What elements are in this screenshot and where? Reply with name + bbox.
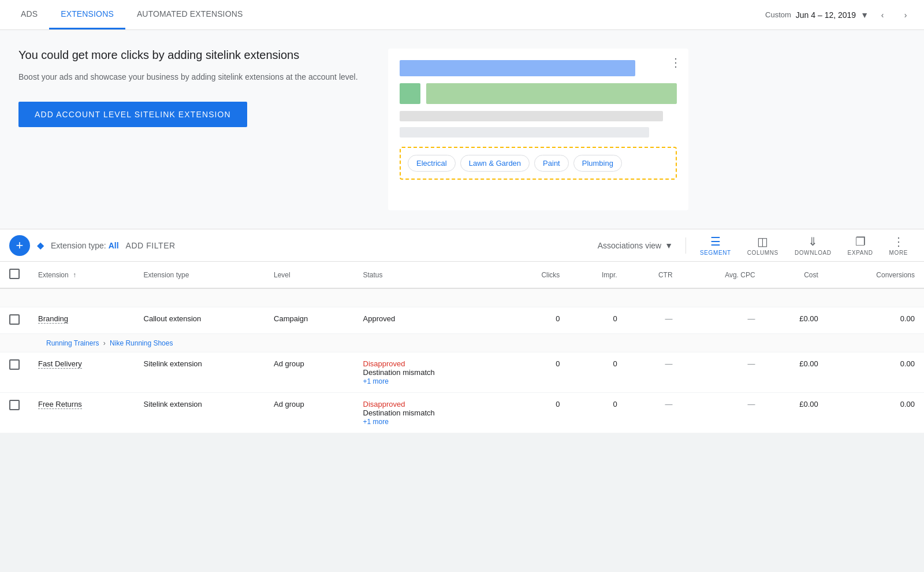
row-level: Campaign xyxy=(264,307,353,333)
status-disapproved: Disapproved xyxy=(363,400,405,408)
row-extension-type: Sitelink extension xyxy=(135,392,264,433)
preview-row-green xyxy=(400,83,677,104)
filter-right-actions: Associations view ▼ ☰ SEGMENT ◫ COLUMNS … xyxy=(592,231,915,259)
extension-link[interactable]: Free Returns xyxy=(38,400,82,409)
breadcrumb-parent[interactable]: Running Trainers xyxy=(46,339,99,347)
banner-description: Boost your ads and showcase your busines… xyxy=(18,71,365,83)
status-more-link[interactable]: +1 more xyxy=(363,418,389,426)
filter-value: All xyxy=(109,241,119,250)
download-icon: ⇓ xyxy=(808,235,818,248)
row-extension-type: Sitelink extension xyxy=(135,352,264,392)
row-checkbox-cell xyxy=(0,392,29,433)
row-avg-cpc: — xyxy=(682,352,765,392)
columns-label: COLUMNS xyxy=(747,250,778,256)
row-cost: £0.00 xyxy=(765,352,828,392)
preview-square-green xyxy=(400,83,420,104)
date-dropdown-icon[interactable]: ▼ xyxy=(860,10,869,20)
row-cost: £0.00 xyxy=(765,307,828,333)
row-extension-type: Callout extension xyxy=(135,307,264,333)
download-button[interactable]: ⇓ DOWNLOAD xyxy=(788,231,839,259)
date-next-button[interactable]: › xyxy=(896,6,915,24)
th-checkbox[interactable] xyxy=(0,262,29,288)
tab-automated[interactable]: AUTOMATED EXTENSIONS xyxy=(125,0,255,29)
breadcrumb-row: Running Trainers › Nike Running Shoes xyxy=(0,333,924,352)
breadcrumb-child[interactable]: Nike Running Shoes xyxy=(110,339,173,347)
expand-button[interactable]: ❐ EXPAND xyxy=(841,231,880,259)
filter-icon: ◆ xyxy=(37,240,44,251)
filter-label[interactable]: Extension type: All xyxy=(51,241,119,250)
row-impr: 0 xyxy=(569,307,626,333)
extension-link[interactable]: Fast Delivery xyxy=(38,359,82,369)
banner-section: You could get more clicks by adding site… xyxy=(0,30,924,229)
th-level: Level xyxy=(264,262,353,288)
th-conversions: Conversions xyxy=(828,262,924,288)
row-conversions: 0.00 xyxy=(828,307,924,333)
preview-bar-gray1 xyxy=(400,111,663,121)
columns-icon: ◫ xyxy=(757,235,768,248)
columns-button[interactable]: ◫ COLUMNS xyxy=(740,231,785,259)
chip-paint[interactable]: Paint xyxy=(534,155,569,172)
table-row: BrandingCallout extensionCampaignApprove… xyxy=(0,307,924,333)
row-impr: 0 xyxy=(569,392,626,433)
row-conversions: 0.00 xyxy=(828,392,924,433)
segment-button[interactable]: ☰ SEGMENT xyxy=(693,231,738,259)
breadcrumb-separator: › xyxy=(101,339,107,347)
more-button[interactable]: ⋮ MORE xyxy=(882,231,915,259)
tab-ads[interactable]: ADS xyxy=(9,0,49,29)
chip-lawn-garden[interactable]: Lawn & Garden xyxy=(460,155,530,172)
row-impr: 0 xyxy=(569,352,626,392)
th-cost: Cost xyxy=(765,262,828,288)
toolbar-divider xyxy=(685,237,686,254)
filter-label-text: Extension type: xyxy=(51,241,106,250)
top-nav: ADS EXTENSIONS AUTOMATED EXTENSIONS Cust… xyxy=(0,0,924,30)
row-clicks: 0 xyxy=(506,352,569,392)
row-status: DisapprovedDestination mismatch+1 more xyxy=(354,352,507,392)
date-custom-label: Custom xyxy=(765,10,791,19)
status-reason: Destination mismatch xyxy=(363,408,435,417)
banner-text: You could get more clicks by adding site… xyxy=(18,49,365,210)
row-clicks: 0 xyxy=(506,392,569,433)
row-checkbox[interactable] xyxy=(9,314,20,325)
row-level: Ad group xyxy=(264,352,353,392)
row-extension-name: Free Returns xyxy=(29,392,135,433)
banner-title: You could get more clicks by adding site… xyxy=(18,49,365,62)
th-extension-label: Extension xyxy=(38,271,69,279)
row-checkbox-cell xyxy=(0,352,29,392)
add-filter-button[interactable]: ADD FILTER xyxy=(126,241,176,250)
row-checkbox[interactable] xyxy=(9,359,20,370)
th-extension-type: Extension type xyxy=(135,262,264,288)
associations-view-button[interactable]: Associations view ▼ xyxy=(592,237,679,254)
row-status: Approved xyxy=(354,307,507,333)
status-more-link[interactable]: +1 more xyxy=(363,377,389,385)
th-extension[interactable]: Extension ↑ xyxy=(29,262,135,288)
th-impr: Impr. xyxy=(569,262,626,288)
date-prev-button[interactable]: ‹ xyxy=(873,6,892,24)
segment-label: SEGMENT xyxy=(700,250,731,256)
more-label: MORE xyxy=(889,250,908,256)
preview-bar-green xyxy=(426,83,677,104)
row-clicks: 0 xyxy=(506,307,569,333)
row-avg-cpc: — xyxy=(682,307,765,333)
preview-bar-blue xyxy=(400,60,635,76)
row-checkbox[interactable] xyxy=(9,400,20,410)
add-extension-button[interactable]: + xyxy=(9,235,30,256)
status-approved: Approved xyxy=(363,314,396,323)
expand-label: EXPAND xyxy=(848,250,873,256)
status-disapproved: Disapproved xyxy=(363,359,405,368)
preview-more-icon[interactable]: ⋮ xyxy=(670,55,681,69)
chip-electrical[interactable]: Electrical xyxy=(408,155,456,172)
chip-plumbing[interactable]: Plumbing xyxy=(573,155,622,172)
add-sitelink-button[interactable]: ADD ACCOUNT LEVEL SITELINK EXTENSION xyxy=(18,102,247,127)
date-range-value: Jun 4 – 12, 2019 xyxy=(796,10,856,20)
table-row: Free ReturnsSitelink extensionAd groupDi… xyxy=(0,392,924,433)
extensions-table: Extension ↑ Extension type Level Status … xyxy=(0,262,924,433)
select-all-checkbox[interactable] xyxy=(9,269,20,279)
row-extension-name: Fast Delivery xyxy=(29,352,135,392)
tabs-container: ADS EXTENSIONS AUTOMATED EXTENSIONS xyxy=(9,0,254,29)
expand-icon: ❐ xyxy=(855,235,866,248)
th-ctr: CTR xyxy=(627,262,682,288)
row-ctr: — xyxy=(627,352,682,392)
extension-link[interactable]: Branding xyxy=(38,314,68,324)
tab-extensions[interactable]: EXTENSIONS xyxy=(49,0,125,29)
date-range-container: Custom Jun 4 – 12, 2019 ▼ ‹ › xyxy=(765,6,915,24)
